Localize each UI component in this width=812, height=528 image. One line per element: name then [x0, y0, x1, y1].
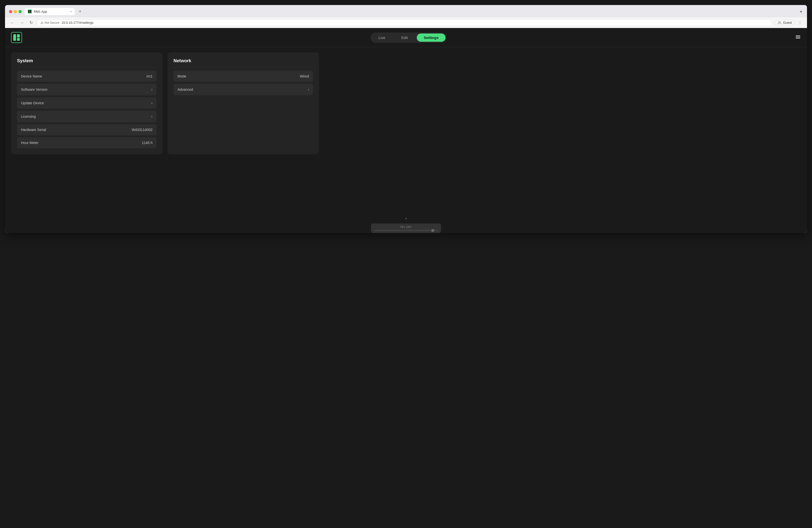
- url-text: 10.0.10.177/#/settings: [61, 21, 93, 25]
- app-nav: Live Edit Settings: [371, 32, 447, 43]
- forward-button[interactable]: →: [18, 20, 26, 26]
- profile-dropdown-button[interactable]: ▾: [799, 8, 803, 15]
- device-name-value: rm1: [146, 74, 153, 78]
- update-device-label: Update Device: [21, 101, 44, 105]
- system-card: System Device Name rm1 Software Version …: [11, 52, 162, 154]
- bottom-chevron-up[interactable]: ⌃: [371, 217, 441, 222]
- system-divider: [17, 68, 157, 68]
- fullscreen-window-button[interactable]: [18, 10, 22, 13]
- system-title: System: [17, 58, 157, 63]
- browser-window: RM1 App × + ▾ ← → ↻ Not Secure 10.0.10.1…: [5, 5, 807, 233]
- guest-label: Guest: [783, 21, 792, 25]
- mode-label: Mode: [177, 74, 186, 78]
- svg-rect-9: [796, 38, 800, 39]
- not-secure-text: Not Secure: [44, 21, 59, 25]
- hardware-serial-value: W433114002: [132, 128, 153, 132]
- minimize-window-button[interactable]: [14, 10, 17, 13]
- address-bar[interactable]: Not Secure 10.0.10.177/#/settings: [37, 19, 772, 26]
- svg-point-2: [42, 23, 42, 24]
- pfl-bar: PFL OFF: [371, 223, 441, 233]
- tab-close-button[interactable]: ×: [70, 10, 72, 13]
- licensing-label: Licensing: [21, 115, 36, 118]
- main-content: System Device Name rm1 Software Version …: [5, 47, 325, 159]
- network-title: Network: [174, 58, 313, 63]
- app-content: Live Edit Settings System Device N: [5, 28, 807, 233]
- window-controls: [9, 10, 22, 13]
- mode-row: Mode Wired: [174, 71, 313, 82]
- device-name-row[interactable]: Device Name rm1: [17, 71, 157, 82]
- refresh-button[interactable]: ↻: [28, 20, 34, 26]
- new-tab-button[interactable]: +: [78, 9, 83, 14]
- browser-toolbar: ← → ↻ Not Secure 10.0.10.177/#/settings …: [5, 17, 807, 28]
- hardware-serial-label: Hardware Serial: [21, 128, 46, 132]
- settings-tab[interactable]: Settings: [417, 33, 446, 42]
- tab-favicon: [28, 10, 32, 14]
- update-device-row[interactable]: Update Device ›: [17, 97, 157, 109]
- bottom-bar: ⌃ PFL OFF: [371, 217, 441, 233]
- warning-icon: [41, 21, 44, 24]
- tab-title: RM1 App: [34, 10, 47, 14]
- device-name-label: Device Name: [21, 74, 42, 78]
- software-version-chevron: ›: [151, 87, 153, 92]
- logo-icon: [13, 34, 20, 41]
- svg-rect-7: [796, 35, 800, 36]
- svg-rect-8: [796, 37, 800, 37]
- hamburger-icon: [795, 34, 801, 40]
- hour-meter-row: Hour Meter 1145 h: [17, 137, 157, 148]
- software-version-row[interactable]: Software Version ›: [17, 84, 157, 95]
- update-device-chevron: ›: [151, 101, 153, 105]
- pfl-slider-thumb: [431, 229, 434, 232]
- back-button[interactable]: ←: [9, 20, 16, 26]
- advanced-label: Advanced: [177, 88, 193, 91]
- edit-tab[interactable]: Edit: [394, 33, 415, 42]
- svg-rect-1: [30, 10, 31, 13]
- app-header: Live Edit Settings: [5, 28, 807, 47]
- svg-point-3: [779, 21, 780, 23]
- advanced-row[interactable]: Advanced ›: [174, 84, 313, 95]
- network-card: Network Mode Wired Advanced ›: [168, 52, 319, 154]
- hour-meter-label: Hour Meter: [21, 141, 39, 145]
- svg-rect-6: [17, 38, 20, 41]
- hamburger-menu-button[interactable]: [795, 34, 801, 41]
- close-window-button[interactable]: [9, 10, 12, 13]
- svg-rect-5: [17, 34, 20, 38]
- app-logo: [11, 32, 22, 43]
- network-divider: [174, 68, 313, 68]
- browser-titlebar: RM1 App × + ▾: [5, 5, 807, 17]
- mode-value: Wired: [300, 74, 309, 78]
- hour-meter-value: 1145 h: [142, 141, 153, 145]
- pfl-slider-track[interactable]: [374, 230, 438, 231]
- software-version-label: Software Version: [21, 88, 47, 91]
- live-tab[interactable]: Live: [372, 33, 392, 42]
- pfl-label: PFL OFF: [374, 225, 438, 229]
- browser-tab[interactable]: RM1 App ×: [25, 8, 75, 15]
- svg-rect-4: [13, 34, 16, 41]
- advanced-chevron: ›: [308, 87, 309, 92]
- guest-profile-button[interactable]: Guest: [774, 19, 795, 26]
- hardware-serial-row: Hardware Serial W433114002: [17, 124, 157, 135]
- not-secure-indicator: Not Secure: [41, 21, 59, 25]
- licensing-chevron: ›: [151, 114, 153, 119]
- browser-more-button[interactable]: ⋮: [797, 19, 803, 26]
- svg-rect-0: [28, 10, 29, 13]
- licensing-row[interactable]: Licensing ›: [17, 111, 157, 122]
- guest-icon: [778, 21, 782, 25]
